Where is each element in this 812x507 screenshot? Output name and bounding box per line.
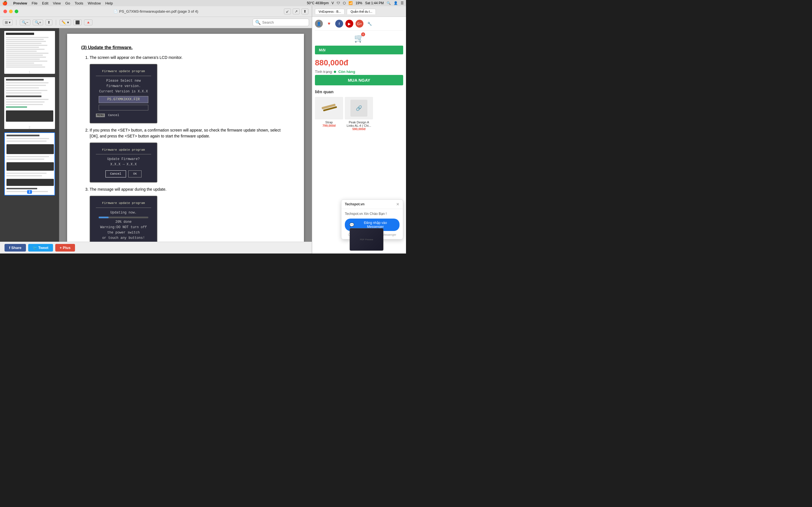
fw2-line2: X.X.X → X.X.X bbox=[96, 162, 151, 167]
fw3-progress-bar-outer bbox=[99, 217, 148, 218]
strap-price: 799,000đ bbox=[315, 124, 343, 127]
search-bar[interactable]: 🔍 bbox=[253, 18, 309, 26]
fw3-line3: Warning:DO NOT turn off bbox=[96, 225, 151, 230]
status-row: Tình trạng: Còn hàng bbox=[315, 69, 403, 74]
page-thumb-3[interactable]: 3 bbox=[4, 132, 55, 195]
mai-bar: MẠI bbox=[315, 46, 403, 54]
close-button[interactable] bbox=[3, 10, 7, 13]
markup-button[interactable]: ✏️ ▾ bbox=[59, 19, 71, 25]
pdf-icon: 📄 bbox=[114, 10, 117, 13]
pdf-page: (3) Update the firmware. The screen will… bbox=[67, 34, 304, 247]
page-thumb-2[interactable]: 2 bbox=[4, 77, 55, 129]
share-twitter-button[interactable]: 🐦 Tweet bbox=[28, 244, 53, 251]
share-buttons: f Share 🐦 Tweet + Plus bbox=[4, 244, 75, 251]
google-plus-icon[interactable]: G+ bbox=[356, 20, 363, 27]
page-thumb-1[interactable]: 1 bbox=[4, 31, 55, 74]
apple-menu[interactable]: 🍎 bbox=[2, 1, 8, 6]
fw1-line3: Current Version is X.X.X bbox=[96, 89, 151, 94]
status-label: Tình trạng: bbox=[315, 69, 333, 74]
main-area: 1 2 bbox=[0, 28, 312, 247]
preview-window: 📄 PS_G7XM3-firmwareupdate-en.pdf (page 3… bbox=[0, 6, 312, 253]
menu-window[interactable]: Window bbox=[88, 1, 101, 5]
menu-file[interactable]: File bbox=[32, 1, 38, 5]
chat-header: Techspot.vn ✕ bbox=[342, 200, 403, 209]
in-stock-dot bbox=[334, 71, 336, 73]
fw2-buttons: Cancel OK bbox=[96, 170, 151, 178]
share-bar: f Share 🐦 Tweet + Plus bbox=[0, 242, 312, 253]
buy-now-button[interactable]: MUA NGAY bbox=[315, 75, 403, 86]
fw2-line1: Update Firmware? bbox=[96, 157, 151, 162]
item-2: If you press the <SET> button, a confirm… bbox=[90, 127, 290, 183]
youtube-icon[interactable]: ▶ bbox=[345, 20, 353, 27]
minimize-button[interactable] bbox=[9, 10, 13, 13]
browser-tab-2[interactable]: Quản thể du l... bbox=[347, 9, 376, 14]
bluetooth-icon: ⬡ bbox=[343, 1, 346, 5]
fw3-progress-bar bbox=[99, 217, 109, 218]
social-icons-row: 👤 ♥ f ▶ G+ 🔧 bbox=[315, 20, 403, 31]
section3-heading: (3) Update the firmware. bbox=[81, 45, 290, 50]
toolbar: ⊞▾ 🔍− 🔍+ ⬆ ✏️ ▾ ⬛ 🔺 🔍 bbox=[0, 17, 312, 28]
menu-help[interactable]: Help bbox=[105, 1, 113, 5]
share-facebook-button[interactable]: f Share bbox=[4, 244, 26, 251]
traffic-lights bbox=[3, 10, 18, 13]
cart-icon-wrapper[interactable]: 🛒 0 bbox=[354, 34, 364, 43]
fw1-line1: Please Select new bbox=[96, 78, 151, 83]
zoom-in-button[interactable]: 🔍+ bbox=[33, 19, 43, 25]
peak-design-price: 590,000đ bbox=[345, 127, 373, 131]
user-icon[interactable]: 👤 bbox=[394, 1, 398, 5]
sidebar-toggle-button[interactable]: ⊞▾ bbox=[3, 19, 13, 25]
menu-tools[interactable]: Tools bbox=[75, 1, 83, 5]
window-title: 📄 PS_G7XM3-firmwareupdate-en.pdf (page 3… bbox=[114, 9, 198, 13]
page-number-1: 1 bbox=[4, 70, 55, 74]
browser-titlebar: VnExpress - B... Quản thể du l... bbox=[312, 6, 406, 17]
annotate-button[interactable]: 🔺 bbox=[84, 19, 93, 25]
export-button[interactable]: ⬆ bbox=[45, 19, 52, 25]
related-product-2[interactable]: 🔗 Peak Design A Links AL-4 ( Chi... 590,… bbox=[345, 97, 373, 131]
strap-svg bbox=[320, 100, 338, 117]
chat-close-button[interactable]: ✕ bbox=[396, 202, 400, 207]
browser-tab-1[interactable]: VnExpress - B... bbox=[315, 9, 345, 14]
facebook-icon[interactable]: f bbox=[335, 20, 343, 27]
redact-button[interactable]: ⬛ bbox=[73, 19, 82, 25]
heart-icon[interactable]: ♥ bbox=[325, 20, 333, 27]
fw3-line4: the power switch bbox=[96, 230, 151, 235]
fullscreen-button[interactable] bbox=[15, 10, 18, 13]
chat-greeting: Techspot.vn Xin Chào Bạn ! bbox=[345, 212, 400, 216]
menu-edit[interactable]: Edit bbox=[42, 1, 48, 5]
product-price: 880,000đ bbox=[315, 58, 403, 67]
user-profile-icon[interactable]: 👤 bbox=[315, 20, 323, 27]
browser-content: 👤 ♥ f ▶ G+ 🔧 🛒 0 MẠI 880,000đ Tình trạn bbox=[312, 17, 406, 253]
share-gplus-button[interactable]: + Plus bbox=[55, 244, 75, 251]
related-product-1[interactable]: Strap 799,000đ bbox=[315, 97, 343, 131]
search-icon[interactable]: 🔍 bbox=[387, 1, 391, 5]
wifi-icon: 📶 bbox=[349, 1, 353, 5]
firmware-screen-2: Firmware update program Update Firmware?… bbox=[90, 143, 157, 183]
fw1-title: Firmware update program bbox=[96, 69, 151, 76]
facebook-icon: f bbox=[9, 245, 11, 250]
status-value: Còn hàng bbox=[334, 69, 355, 74]
settings-icon[interactable]: 🔧 bbox=[366, 20, 373, 27]
related-product-1-image bbox=[315, 97, 343, 119]
search-input[interactable] bbox=[262, 20, 306, 24]
forward-nav-button[interactable]: ↗ bbox=[293, 8, 300, 14]
messenger-icon: 💬 bbox=[349, 223, 354, 227]
firmware-screen-1: Firmware update program Please Select ne… bbox=[90, 64, 157, 123]
menu-view[interactable]: View bbox=[53, 1, 61, 5]
menu-go[interactable]: Go bbox=[65, 1, 70, 5]
chat-screenshot-thumb: PDF Preview bbox=[350, 228, 384, 251]
screenshot-preview: PDF Preview bbox=[350, 228, 383, 250]
fw3-title: Firmware update program bbox=[96, 201, 151, 208]
item-1: The screen will appear on the camera's L… bbox=[90, 55, 290, 123]
list-icon[interactable]: ☰ bbox=[401, 1, 404, 5]
pdf-content-area[interactable]: (3) Update the firmware. The screen will… bbox=[59, 28, 312, 247]
back-nav-button[interactable]: ↙ bbox=[284, 8, 291, 14]
fw1-cancel-label: Cancel bbox=[108, 114, 119, 117]
menu-preview[interactable]: Preview bbox=[13, 1, 27, 5]
strap-label: Strap bbox=[315, 121, 343, 124]
peak-design-label: Peak Design A Links AL-4 ( Chi... bbox=[345, 121, 373, 127]
page-thumbnail-sidebar: 1 2 bbox=[0, 28, 59, 247]
v-icon: V bbox=[332, 1, 334, 5]
zoom-out-button[interactable]: 🔍− bbox=[20, 19, 31, 25]
toolbar-divider bbox=[16, 20, 16, 25]
share-button[interactable]: ⬆ bbox=[301, 8, 308, 14]
